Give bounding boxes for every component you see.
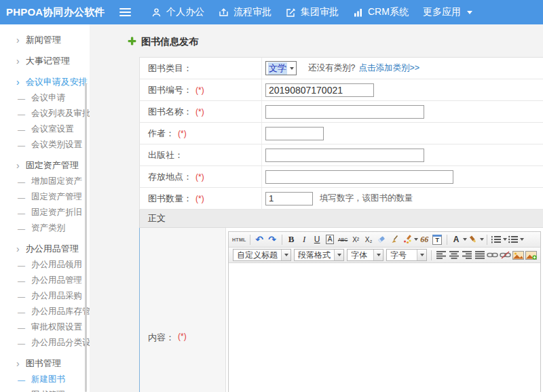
main-content: 图书信息发布 图书类目： 文学 还没有类别? 点击添加类别>> 图书编号：(*)… (90, 24, 543, 392)
sidebar-scrollbar[interactable] (85, 83, 87, 392)
nav-crm-system[interactable]: CRM系统 (353, 6, 409, 18)
format-brush-icon[interactable] (389, 233, 400, 246)
highlighter-icon[interactable] (468, 233, 479, 246)
nav-more-apps[interactable]: 更多应用 (423, 6, 472, 18)
caret-down-icon (337, 254, 341, 256)
no-category-text: 还没有类别? (308, 62, 355, 74)
strikethrough-icon[interactable]: ABC (337, 233, 349, 246)
remove-link-icon[interactable] (500, 249, 511, 262)
html-source-button[interactable]: HTML (232, 233, 246, 246)
sidebar-item-supplies-purchase[interactable]: —办公用品采购 (0, 288, 90, 304)
sidebar-item-asset-category[interactable]: —资产类别 (0, 220, 90, 236)
blockquote-icon[interactable]: 66 (419, 233, 430, 246)
ordered-list-icon[interactable] (491, 233, 502, 246)
book-form: 图书类目： 文学 还没有类别? 点击添加类别>> 图书编号：(*) 图书名称：(… (139, 57, 543, 392)
body-section-header: 正文 (139, 210, 543, 228)
content-label: 内容： (148, 332, 174, 344)
required-mark: (*) (178, 332, 187, 344)
nav-flow-approval[interactable]: 流程审批 (219, 6, 272, 18)
sidebar-item-asset-manage[interactable]: —固定资产管理 (0, 189, 90, 205)
underline-icon[interactable]: U (312, 233, 323, 246)
unordered-list-icon[interactable] (508, 233, 519, 246)
form-row-quantity: 图书数量：(*) 填写数字，该图书的数量 (139, 188, 543, 210)
sidebar-item-meeting-room[interactable]: —会议室设置 (0, 121, 90, 137)
caret-down-icon[interactable] (520, 238, 524, 241)
insert-image-upload-icon[interactable] (525, 249, 537, 262)
location-input[interactable] (265, 170, 453, 184)
category-select[interactable]: 文学 (265, 61, 297, 75)
italic-icon[interactable]: I (299, 233, 310, 246)
sidebar-item-supplies-manage[interactable]: —办公用品管理 (0, 273, 90, 288)
book-no-label: 图书编号： (148, 84, 192, 96)
sidebar: ›新闻管理 ›大事记管理 ›会议申请及安排 —会议申请 —会议列表及审批 —会议… (0, 24, 90, 392)
required-mark: (*) (195, 172, 204, 182)
insert-link-icon[interactable] (487, 249, 498, 262)
quantity-input[interactable] (265, 192, 313, 205)
sidebar-group-fixed-assets[interactable]: ›固定资产管理 (0, 157, 90, 174)
form-row-location: 存放地点：(*) (139, 166, 543, 188)
sidebar-group-books[interactable]: ›图书管理 (0, 355, 90, 372)
sidebar-group-office-supplies[interactable]: ›办公用品管理 (0, 240, 90, 257)
caret-down-icon[interactable] (503, 238, 507, 241)
text-style-icon[interactable]: A (326, 235, 335, 244)
sidebar-item-meeting-apply[interactable]: —会议申请 (0, 90, 90, 106)
author-input[interactable] (265, 127, 324, 140)
nav-group-approval[interactable]: 集团审批 (286, 6, 339, 18)
form-row-author: 作者：(*) (139, 123, 543, 144)
sidebar-item-supplies-classify[interactable]: —办公用品分类设置 (0, 335, 90, 351)
align-right-icon[interactable] (461, 249, 472, 262)
location-label: 存放地点： (148, 171, 192, 183)
paste-as-text-icon[interactable]: T (432, 235, 442, 245)
font-size-select[interactable]: 字号 (386, 249, 427, 261)
caret-down-icon[interactable] (463, 238, 467, 241)
chevron-right-icon: › (16, 359, 20, 368)
chevron-right-icon: › (16, 244, 20, 254)
book-no-input[interactable] (265, 83, 374, 97)
nav-personal-office[interactable]: 个人办公 (151, 6, 204, 18)
font-color-icon[interactable]: A (451, 233, 462, 246)
subscript-icon[interactable]: X₂ (363, 233, 375, 246)
top-nav: 个人办公 流程审批 集团审批 CRM系统 更多应用 (151, 6, 472, 18)
font-family-select[interactable]: 字体 (347, 249, 383, 261)
menu-toggle-icon[interactable] (119, 8, 131, 17)
editor-content-area[interactable] (229, 263, 540, 392)
custom-title-select[interactable]: 自定义标题 (233, 249, 291, 261)
bar-chart-icon (353, 7, 363, 18)
sidebar-item-approval-permission[interactable]: —审批权限设置 (0, 319, 90, 335)
caret-down-icon[interactable] (414, 238, 418, 241)
sidebar-item-meeting-list[interactable]: —会议列表及审批 (0, 106, 90, 121)
paragraph-format-select[interactable]: 段落格式 (294, 249, 344, 261)
align-center-icon[interactable] (448, 249, 460, 262)
sidebar-item-book-manage[interactable]: —图书管理 (0, 387, 90, 392)
form-row-content: 内容： (*) HTML ↶ ↷ B I U A (139, 228, 543, 392)
publisher-label: 出版社： (148, 149, 183, 161)
publisher-input[interactable] (265, 149, 424, 162)
sidebar-group-news[interactable]: ›新闻管理 (0, 31, 90, 48)
book-name-input[interactable] (265, 105, 424, 119)
sidebar-item-meeting-category[interactable]: —会议类别设置 (0, 137, 90, 153)
chevron-right-icon: › (16, 56, 20, 66)
sidebar-group-memorabilia[interactable]: ›大事记管理 (0, 52, 90, 69)
insert-image-icon[interactable] (512, 249, 524, 262)
align-justify-icon[interactable] (474, 249, 485, 262)
eraser-icon[interactable] (376, 233, 388, 246)
superscript-icon[interactable]: X² (350, 233, 362, 246)
sidebar-item-new-book[interactable]: —新建图书 (0, 372, 90, 387)
quantity-label: 图书数量： (148, 193, 192, 205)
quantity-hint: 填写数字，该图书的数量 (320, 193, 413, 204)
redo-icon[interactable]: ↷ (267, 233, 278, 246)
sidebar-group-meeting[interactable]: ›会议申请及安排 (0, 73, 90, 90)
bold-icon[interactable]: B (286, 233, 297, 246)
undo-icon[interactable]: ↶ (254, 233, 265, 246)
sidebar-item-add-asset[interactable]: —增加固定资产 (0, 174, 90, 189)
sidebar-item-supplies-claim[interactable]: —办公用品领用 (0, 257, 90, 273)
app-logo: PHPOA协同办公软件 (0, 6, 115, 19)
align-left-icon[interactable] (435, 249, 447, 262)
book-name-label: 图书名称： (148, 106, 192, 118)
color-pen-icon[interactable] (402, 233, 413, 246)
caret-down-icon[interactable] (480, 238, 484, 241)
sidebar-item-supplies-inventory[interactable]: —办公用品库存管理 (0, 304, 90, 319)
required-mark: (*) (195, 107, 204, 117)
add-category-link[interactable]: 点击添加类别>> (358, 62, 419, 74)
sidebar-item-asset-depreciation[interactable]: —固定资产折旧 (0, 205, 90, 220)
